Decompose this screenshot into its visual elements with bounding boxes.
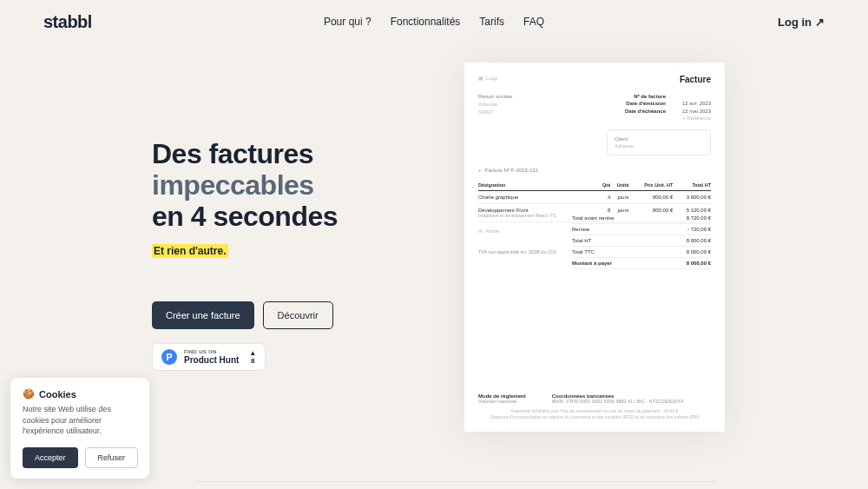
invoice-preview: ▦ Logo Facture Raison sociale Adresse SI… bbox=[464, 63, 725, 432]
header: stabbl Pour qui ? Fonctionnalités Tarifs… bbox=[0, 0, 868, 43]
headline-line3: en 4 secondes bbox=[152, 202, 338, 233]
headline-line2: impeccables bbox=[152, 170, 338, 202]
cta-row: Créer une facture Découvrir bbox=[152, 301, 338, 329]
image-icon: ▦ bbox=[478, 75, 483, 81]
tva-note: TVA non applicable art. 293B du CGI bbox=[478, 249, 711, 254]
upvote-icon: ▲ bbox=[249, 350, 256, 357]
cookie-banner: 🍪 Cookies Notre site Web utilise des coo… bbox=[10, 378, 149, 479]
cookie-buttons: Accepter Refuser bbox=[23, 447, 137, 468]
invoice-company: Raison sociale Adresse SIRET bbox=[478, 93, 512, 122]
col-price: Prix Unit. HT bbox=[628, 180, 673, 191]
col-total: Total HT bbox=[673, 180, 711, 191]
product-hunt-text: FIND US ON Product Hunt bbox=[184, 349, 239, 365]
table-row: Charte graphique 4 jours 800,00 € 3 600,… bbox=[478, 191, 711, 204]
nav: Pour qui ? Fonctionnalités Tarifs FAQ bbox=[324, 16, 544, 28]
product-hunt-big: Product Hunt bbox=[184, 356, 239, 365]
cookie-text: Notre site Web utilise des cookies pour … bbox=[23, 404, 137, 437]
product-hunt-votes: ▲ 8 bbox=[249, 350, 256, 365]
nav-faq[interactable]: FAQ bbox=[523, 16, 544, 28]
invoice-logo-placeholder: ▦ Logo bbox=[478, 75, 497, 81]
headline-line1: Des factures bbox=[152, 139, 338, 170]
invoice-number: + Facture Nº F-2023-132 bbox=[478, 168, 711, 173]
product-hunt-badge[interactable]: P FIND US ON Product Hunt ▲ 8 bbox=[152, 343, 266, 371]
external-link-icon: ↗ bbox=[815, 16, 825, 29]
logo[interactable]: stabbl bbox=[43, 12, 92, 32]
login-link[interactable]: Log in ↗ bbox=[778, 16, 825, 29]
vote-count: 8 bbox=[251, 358, 254, 365]
plus-icon: + bbox=[478, 168, 482, 173]
main: Des factures impeccables en 4 secondes E… bbox=[0, 43, 868, 371]
invoice-totals: Total avant remise8 720,00 € Remise- 720… bbox=[572, 213, 711, 269]
discover-button[interactable]: Découvrir bbox=[263, 301, 333, 329]
invoice-title: Facture bbox=[680, 75, 711, 84]
invoice-footer-payment: Mode de règlement Virement bancaire Coor… bbox=[478, 393, 711, 404]
product-hunt-small: FIND US ON bbox=[184, 349, 239, 354]
cookie-accept-button[interactable]: Accepter bbox=[23, 447, 78, 468]
invoice-document: ▦ Logo Facture Raison sociale Adresse SI… bbox=[464, 63, 725, 432]
login-label: Log in bbox=[778, 16, 812, 29]
hero: Des factures impeccables en 4 secondes E… bbox=[152, 139, 338, 371]
nav-tarifs[interactable]: Tarifs bbox=[479, 16, 504, 28]
headline: Des factures impeccables en 4 secondes bbox=[152, 139, 338, 232]
invoice-footer-legal: Indemnité forfaitaire pour frais de reco… bbox=[478, 408, 711, 420]
cookie-refuse-button[interactable]: Refuser bbox=[85, 447, 139, 468]
cookie-title: 🍪 Cookies bbox=[23, 388, 137, 400]
cookie-icon: 🍪 bbox=[23, 388, 35, 400]
create-invoice-button[interactable]: Créer une facture bbox=[152, 301, 254, 329]
nav-fonctionnalites[interactable]: Fonctionnalités bbox=[391, 16, 461, 28]
tagline: Et rien d'autre. bbox=[152, 244, 228, 258]
separator bbox=[195, 481, 716, 482]
invoice-dates: Nº de facture Date d'émission12 avr. 202… bbox=[625, 93, 711, 122]
col-qty: Qté bbox=[598, 180, 610, 191]
col-unit: Unité bbox=[610, 180, 628, 191]
col-designation: Désignation bbox=[478, 180, 598, 191]
plus-icon: ⊞ bbox=[478, 228, 483, 234]
product-hunt-icon: P bbox=[161, 349, 177, 365]
nav-pour-qui[interactable]: Pour qui ? bbox=[324, 16, 372, 28]
invoice-client-box: Client Adresse bbox=[607, 129, 711, 156]
